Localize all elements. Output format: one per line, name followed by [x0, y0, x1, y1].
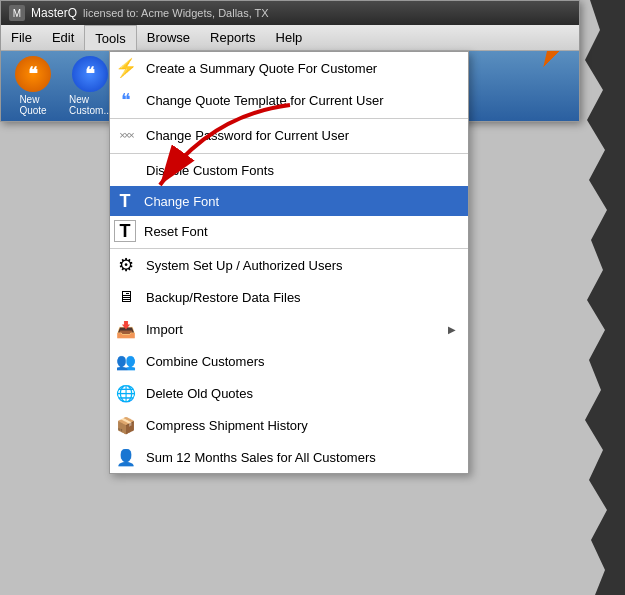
compress-shipment-label: Compress Shipment History — [146, 418, 456, 433]
menu-item-change-font[interactable]: T Change Font — [110, 186, 468, 216]
delete-old-quotes-icon: 🌐 — [114, 381, 138, 405]
change-password-label: Change Password for Current User — [146, 128, 456, 143]
new-quote-label: NewQuote — [19, 94, 46, 116]
new-customer-icon: ❝ — [72, 56, 108, 92]
summary-quote-label: Create a Summary Quote For Customer — [146, 61, 456, 76]
menu-reports[interactable]: Reports — [200, 25, 266, 50]
menu-file[interactable]: File — [1, 25, 42, 50]
menu-item-reset-font[interactable]: T Reset Font — [110, 216, 468, 246]
change-font-label: Change Font — [144, 194, 456, 209]
backup-restore-icon: 🖥 — [114, 285, 138, 309]
main-window: M MasterQ licensed to: Acme Widgets, Dal… — [0, 0, 580, 122]
menu-item-change-template[interactable]: ❝ Change Quote Template for Current User — [110, 84, 468, 116]
sum-12-months-label: Sum 12 Months Sales for All Customers — [146, 450, 456, 465]
backup-restore-label: Backup/Restore Data Files — [146, 290, 456, 305]
app-icon: M — [9, 5, 25, 21]
menu-item-disable-fonts[interactable]: Disable Custom Fonts — [110, 153, 468, 186]
system-setup-label: System Set Up / Authorized Users — [146, 258, 456, 273]
tools-dropdown: ⚡ Create a Summary Quote For Customer ❝ … — [109, 51, 469, 474]
compress-shipment-icon: 📦 — [114, 413, 138, 437]
new-quote-icon: ❝ — [15, 56, 51, 92]
menu-item-compress-shipment[interactable]: 📦 Compress Shipment History — [110, 409, 468, 441]
system-setup-icon: ⚙ — [114, 253, 138, 277]
new-quote-button[interactable]: ❝ NewQuote — [9, 52, 57, 120]
toolbar-decoration — [499, 51, 579, 121]
license-text: licensed to: Acme Widgets, Dallas, TX — [83, 7, 269, 19]
change-password-icon: ××× — [114, 123, 138, 147]
new-customer-label: NewCustom... — [69, 94, 112, 116]
import-submenu-arrow: ▶ — [448, 324, 456, 335]
delete-old-quotes-label: Delete Old Quotes — [146, 386, 456, 401]
menu-item-summary-quote[interactable]: ⚡ Create a Summary Quote For Customer — [110, 52, 468, 84]
combine-customers-label: Combine Customers — [146, 354, 456, 369]
menu-tools[interactable]: Tools — [84, 25, 136, 50]
change-font-icon: T — [114, 190, 136, 212]
menu-bar: File Edit Tools Browse Reports Help — [1, 25, 579, 51]
app-name: MasterQ — [31, 6, 77, 20]
change-template-label: Change Quote Template for Current User — [146, 93, 456, 108]
sum-12-months-icon: 👤 — [114, 445, 138, 469]
menu-help[interactable]: Help — [266, 25, 313, 50]
combine-customers-icon: 👥 — [114, 349, 138, 373]
menu-item-backup-restore[interactable]: 🖥 Backup/Restore Data Files — [110, 281, 468, 313]
reset-font-icon: T — [114, 220, 136, 242]
change-template-icon: ❝ — [114, 88, 138, 112]
menu-browse[interactable]: Browse — [137, 25, 200, 50]
menu-item-import[interactable]: 📥 Import ▶ — [110, 313, 468, 345]
menu-item-change-password[interactable]: ××× Change Password for Current User — [110, 118, 468, 151]
summary-quote-icon: ⚡ — [114, 56, 138, 80]
import-icon: 📥 — [114, 317, 138, 341]
disable-fonts-icon — [114, 158, 138, 182]
menu-edit[interactable]: Edit — [42, 25, 84, 50]
import-label: Import — [146, 322, 440, 337]
title-bar: M MasterQ licensed to: Acme Widgets, Dal… — [1, 1, 579, 25]
reset-font-label: Reset Font — [144, 224, 456, 239]
menu-item-delete-old-quotes[interactable]: 🌐 Delete Old Quotes — [110, 377, 468, 409]
menu-item-combine-customers[interactable]: 👥 Combine Customers — [110, 345, 468, 377]
menu-item-system-setup[interactable]: ⚙ System Set Up / Authorized Users — [110, 248, 468, 281]
disable-fonts-label: Disable Custom Fonts — [146, 163, 456, 178]
menu-item-sum-12-months[interactable]: 👤 Sum 12 Months Sales for All Customers — [110, 441, 468, 473]
